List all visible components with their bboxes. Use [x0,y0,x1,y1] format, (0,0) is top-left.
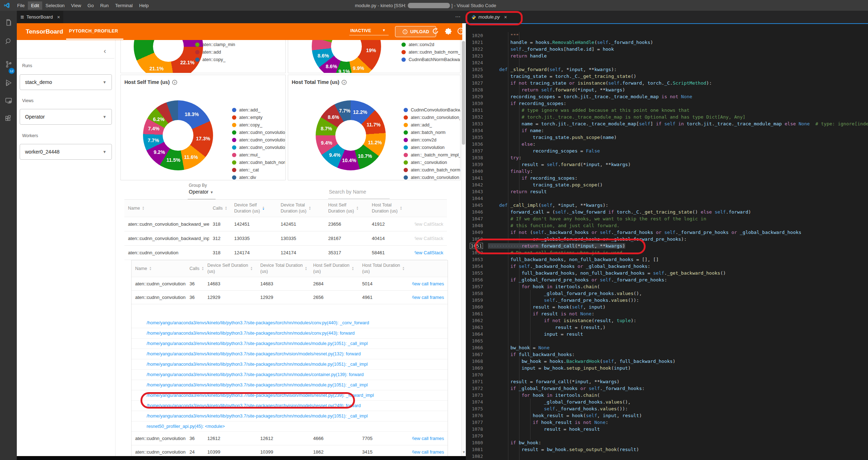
group-by-select[interactable]: Operator ▼ [189,189,213,195]
code-line-1070[interactable]: 1070 [466,371,868,378]
sort-icon[interactable]: ▲▼ [225,206,227,210]
code-line-1051[interactable]: 1051············return forward_call(*inp… [466,242,868,249]
call-frame-link[interactable]: /home/yangu/anaconda3/envs/kineto/lib/py… [147,320,369,325]
code-line-1081[interactable]: 1081 result = bw_hook.setup_output_hook(… [466,446,868,453]
column-header[interactable]: Name▲▼ [132,260,186,277]
code-line-1024[interactable]: 1024 [466,59,868,66]
call-frame-link[interactable]: /home/yangu/anaconda3/envs/kineto/lib/py… [147,372,364,377]
code-line-1065[interactable]: 1065 [466,338,868,344]
scrollbar-thumb[interactable] [462,41,465,145]
view-callstack-link[interactable]: View CallStack [415,250,443,255]
close-icon[interactable]: × [57,14,60,20]
code-line-1034[interactable]: 1034 if name: [466,127,868,134]
column-header[interactable]: Host TotalDuration (us)▲▼ [368,199,415,217]
column-header[interactable]: Name▲▼ [124,199,209,217]
code-line-1071[interactable]: 1071 result = forward_call(*input, **kwa… [466,378,868,385]
sort-icon[interactable]: ▲▼ [149,266,152,271]
column-header[interactable] [412,260,448,277]
menu-run[interactable]: Run [97,1,112,10]
code-line-1057[interactable]: 1057 for hook in itertools.chain( [466,283,868,290]
help-icon[interactable]: ? [341,80,347,85]
call-frame-link[interactable]: /home/yangu/anaconda3/envs/kineto/lib/py… [147,382,368,388]
sort-icon[interactable]: ▲▼ [262,206,265,210]
code-editor[interactable]: 1020 """1021 handle = hooks.RemovableHan… [466,24,868,460]
views-select[interactable]: Operator▼ [20,109,112,125]
code-line-1074[interactable]: 1074 _global_forward_hooks.values(), [466,399,868,405]
code-line-1044[interactable]: 1044 [466,195,868,202]
sort-icon[interactable]: ▲▼ [309,206,311,210]
code-line-1021[interactable]: 1021 handle = hooks.RemovableHandle(self… [466,39,868,46]
search-input[interactable]: Search by Name [329,189,366,195]
call-frame-link[interactable]: resnet50_profiler_api.py(45): <module> [147,424,225,429]
code-line-1068[interactable]: 1068 bw_hook = hooks.BackwardHook(self, … [466,358,868,365]
remote-explorer-icon[interactable] [0,92,17,109]
code-line-1053[interactable]: 1053 full_backward_hooks, non_full_backw… [466,256,868,263]
code-line-1050[interactable]: 1050 or _global_forward_hooks or _global… [466,236,868,242]
extensions-icon[interactable] [0,110,17,127]
workers-select[interactable]: worker0_24448▼ [20,144,112,160]
sort-icon[interactable]: ▲▼ [351,266,354,271]
view-callstack-link[interactable]: View call frames [412,281,444,286]
refresh-icon[interactable] [431,27,440,36]
code-line-1045[interactable]: 1045 def _call_impl(self, *input, **kwar… [466,202,868,209]
code-line-1072[interactable]: 1072 if _global_forward_hooks or self._f… [466,385,868,392]
scrollbar-down-arrow[interactable]: ▼ [462,450,465,454]
code-line-1061[interactable]: 1061 if result is not None: [466,310,868,317]
view-callstack-link[interactable]: View call frames [412,295,444,300]
search-icon[interactable] [0,33,17,50]
run-debug-icon[interactable] [0,74,17,91]
call-frame-link[interactable]: /home/yangu/anaconda3/envs/kineto/lib/py… [147,351,361,356]
menu-view[interactable]: View [68,1,84,10]
code-line-1049[interactable]: 1049 if not (self._backward_hooks or sel… [466,229,868,236]
code-line-1056[interactable]: 1056 if _global_forward_pre_hooks or sel… [466,276,868,283]
runs-select[interactable]: stack_demo▼ [20,74,112,90]
code-line-1069[interactable]: 1069 input = bw_hook.setup_input_hook(in… [466,365,868,371]
code-line-1037[interactable]: 1037 recording_scopes = False [466,148,868,154]
close-icon[interactable]: × [504,14,507,20]
call-frame-link[interactable]: /home/yangu/anaconda3/envs/kineto/lib/py… [147,362,368,367]
call-frame-link[interactable]: /home/yangu/anaconda3/envs/kineto/lib/py… [147,403,361,408]
code-line-1020[interactable]: 1020 """ [466,32,868,39]
code-line-1047[interactable]: 1047 # If we don't have any hooks, we wa… [466,215,868,222]
run-status-dropdown[interactable]: INACTIVE [350,28,371,33]
view-callstack-link[interactable]: View call frames [412,449,444,455]
menu-file[interactable]: File [14,1,28,10]
chevron-down-icon[interactable]: ▼ [382,28,386,32]
code-line-1035[interactable]: 1035 tracing_state.push_scope(name) [466,134,868,141]
code-line-1067[interactable]: 1067 if full_backward_hooks: [466,351,868,358]
code-line-1038[interactable]: 1038 try: [466,154,868,161]
sort-icon[interactable]: ▲▼ [142,206,144,210]
editor-actions-ellipsis[interactable]: ⋯ [455,14,461,20]
sidebar-collapse-chevron[interactable]: ‹ [104,47,106,55]
call-frame-link[interactable]: /home/yangu/anaconda3/envs/kineto/lib/py… [147,331,355,336]
sort-icon[interactable]: ▲▼ [250,266,253,271]
code-line-1076[interactable]: 1076 hook_result = hook(self, input, res… [466,412,868,419]
column-header[interactable]: Device TotalDuration (us)▲▼ [277,199,325,217]
code-line-1030[interactable]: 1030 if recording_scopes: [466,100,868,107]
column-header[interactable]: Device Total Duration(us)▲▼ [257,260,310,277]
code-line-1028[interactable]: 1028 return self.forward(*input, **kwarg… [466,86,868,93]
code-line-1027[interactable]: 1027 if not tracing_state or isinstance(… [466,80,868,86]
tab-module-py[interactable]: module.py × [468,11,521,23]
menu-edit[interactable]: Edit [28,1,42,10]
menu-help[interactable]: Help [136,1,152,10]
help-icon[interactable]: ? [172,80,177,85]
sort-icon[interactable]: ▲▼ [400,206,402,210]
code-line-1029[interactable]: 1029 recording_scopes = torch.jit._trace… [466,93,868,100]
code-line-1052[interactable]: 1052 # Do not call functions when jit is… [466,249,868,256]
code-line-1046[interactable]: 1046 forward_call = (self._slow_forward … [466,209,868,215]
code-line-1039[interactable]: 1039 result = self.forward(*input, **kwa… [466,161,868,168]
code-line-1032[interactable]: 1032 # torch.jit._trace._trace_module_ma… [466,114,868,120]
code-line-1048[interactable]: 1048 # this function, and just call forw… [466,222,868,229]
sort-icon[interactable]: ▲▼ [305,266,307,271]
view-callstack-link[interactable]: View CallStack [415,236,443,241]
code-line-1080[interactable]: 1080 if bw_hook: [466,439,868,446]
column-header[interactable]: Device Self Duration(us)▲▼ [204,260,257,277]
code-line-1059[interactable]: 1059 self._forward_pre_hooks.values()): [466,297,868,304]
column-header[interactable]: Host Total Duration(us)▲▼ [359,260,412,277]
code-line-1082[interactable]: 1082 [466,453,868,460]
view-callstack-link[interactable]: View CallStack [415,221,443,227]
gear-icon[interactable] [444,27,453,36]
sort-icon[interactable]: ▲▼ [356,206,359,210]
call-frame-link[interactable]: /home/yangu/anaconda3/envs/kineto/lib/py… [147,414,368,419]
